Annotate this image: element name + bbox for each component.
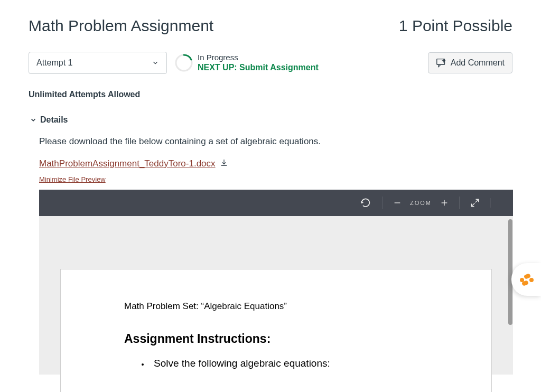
minimize-preview-link[interactable]: Minimize File Preview: [39, 175, 106, 183]
attempt-select[interactable]: Attempt 1: [29, 52, 167, 74]
download-icon[interactable]: [220, 158, 228, 169]
zoom-out-button[interactable]: [390, 195, 405, 210]
document-heading: Assignment Instructions:: [124, 332, 428, 346]
preview-body[interactable]: Math Problem Set: “Algebraic Equations” …: [39, 216, 513, 375]
add-comment-button[interactable]: Add Comment: [428, 52, 512, 73]
document-bullet: Solve the following algebraic equations:: [150, 358, 428, 369]
document-title: Math Problem Set: “Algebraic Equations”: [124, 301, 428, 312]
zoom-in-button[interactable]: [437, 195, 452, 210]
points-possible: 1 Point Possible: [399, 17, 512, 35]
chevron-down-icon: [152, 59, 159, 67]
preview-toolbar: ZOOM: [39, 190, 513, 216]
attachment-link[interactable]: MathProblemAssignment_TeddyToro-1.docx: [39, 158, 216, 169]
page-title: Math Problem Assignment: [29, 17, 213, 35]
expand-icon: [470, 198, 480, 208]
rotate-icon: [360, 197, 371, 209]
plus-icon: [440, 199, 449, 207]
minus-icon: [393, 199, 402, 207]
chevron-down-icon: [30, 116, 37, 124]
file-preview: ZOOM Math Problem Set: “Alg: [39, 190, 513, 375]
details-toggle[interactable]: Details: [30, 115, 512, 125]
help-widget-button[interactable]: [511, 263, 541, 296]
progress-spinner-icon: [174, 53, 193, 72]
preview-scrollbar[interactable]: [507, 216, 513, 375]
details-description: Please download the file below containin…: [39, 136, 512, 147]
scrollbar-thumb[interactable]: [508, 219, 512, 325]
progress-status: In Progress: [198, 53, 319, 62]
progress-next: NEXT UP: Submit Assignment: [198, 62, 319, 73]
document-page: Math Problem Set: “Algebraic Equations” …: [60, 269, 492, 392]
fullscreen-button[interactable]: [467, 195, 483, 211]
comment-icon: [436, 58, 446, 68]
attempts-note: Unlimited Attempts Allowed: [29, 90, 512, 99]
details-label: Details: [40, 115, 68, 125]
help-widget-icon: [519, 272, 534, 287]
svg-line-5: [475, 199, 479, 202]
attempt-select-value: Attempt 1: [36, 58, 72, 68]
add-comment-label: Add Comment: [451, 58, 505, 68]
zoom-label: ZOOM: [405, 200, 437, 206]
svg-line-6: [471, 203, 474, 207]
rotate-button[interactable]: [357, 194, 375, 212]
